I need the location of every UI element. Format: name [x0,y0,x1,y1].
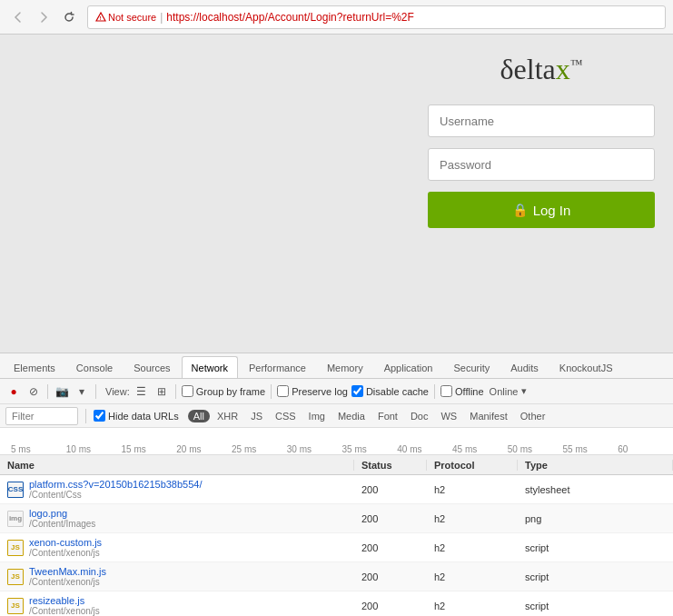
td-protocol-2: h2 [427,542,518,553]
pill-manifest[interactable]: Manifest [464,410,513,422]
logo-delta: δelta [500,53,556,85]
file-icon-1: img [7,511,24,527]
pill-font[interactable]: Font [372,410,403,422]
toolbar-divider-4 [271,384,272,399]
file-icon-2: JS [7,540,24,556]
separator: | [160,11,163,24]
address-bar[interactable]: ! Not secure | https://localhost/App/Acc… [87,5,666,29]
offline-label[interactable]: Offline [440,385,484,397]
tab-performance[interactable]: Performance [239,356,316,378]
online-text: Online [490,386,519,397]
name-cell-0: platform.css?v=20150b16215b38b554/ /Cont… [29,479,203,500]
name-cell-3: TweenMax.min.js /Content/xenon/js [29,566,106,587]
view-list-button[interactable]: ☰ [134,383,150,400]
td-protocol-0: h2 [427,484,518,495]
password-input[interactable] [428,148,655,181]
pill-media[interactable]: Media [332,410,371,422]
filter-toolbar: Hide data URLs All XHR JS CSS Img Media … [0,404,673,428]
pill-other[interactable]: Other [515,410,551,422]
tab-console[interactable]: Console [66,356,123,378]
tl-5ms: 5 ms [9,444,64,454]
devtools-panel: Elements Console Sources Network Perform… [0,353,673,616]
view-group-button[interactable]: ⊞ [153,383,170,400]
file-name-1: logo.png [29,508,95,519]
table-row[interactable]: img logo.png /Content/Images 200 h2 png [0,504,673,533]
tab-network[interactable]: Network [182,356,238,378]
table-row[interactable]: JS TweenMax.min.js /Content/xenon/js 200… [0,562,673,591]
tl-45ms: 45 ms [450,444,506,454]
table-header: Name Status Protocol Type [0,455,673,475]
tl-25ms: 25 ms [230,444,285,454]
pill-all[interactable]: All [188,410,210,422]
td-status-3: 200 [354,571,427,582]
clear-button[interactable]: ⊘ [25,383,42,400]
tab-audits[interactable]: Audits [500,356,549,378]
tl-15ms: 15 ms [120,444,175,454]
file-path-3: /Content/xenon/js [29,577,106,587]
file-name-2: xenon-custom.js [29,537,102,548]
file-icon-4: JS [7,598,24,614]
table-row[interactable]: JS resizeable.js /Content/xenon/js 200 h… [0,591,673,616]
table-row[interactable]: JS xenon-custom.js /Content/xenon/js 200… [0,533,673,562]
td-protocol-4: h2 [427,601,518,611]
pill-css[interactable]: CSS [270,410,302,422]
td-type-2: script [518,542,673,553]
pill-js[interactable]: JS [245,410,268,422]
screenshot-button[interactable]: 📷 [54,383,70,400]
tab-application[interactable]: Application [374,356,443,378]
tl-40ms: 40 ms [395,444,450,454]
disable-cache-checkbox[interactable] [351,385,363,397]
td-protocol-1: h2 [427,513,518,524]
td-status-0: 200 [354,484,427,495]
username-input[interactable] [428,104,655,137]
toolbar-divider-2 [95,384,96,399]
filter-pills: All XHR JS CSS Img Media Font Doc WS Man… [188,410,551,422]
filter-input[interactable] [5,407,78,425]
pill-ws[interactable]: WS [435,410,462,422]
refresh-button[interactable] [58,6,80,28]
tab-knockoutjs[interactable]: KnockoutJS [549,356,623,378]
tab-memory[interactable]: Memory [317,356,373,378]
url-text: https://localhost/App/Account/Login?retu… [166,11,413,24]
login-button[interactable]: 🔒 Log In [428,192,655,228]
browser-bar: ! Not secure | https://localhost/App/Acc… [0,0,673,35]
logo-tm: ™ [570,57,583,71]
pill-doc[interactable]: Doc [405,410,434,422]
tl-10ms: 10 ms [64,444,120,454]
table-row[interactable]: CSS platform.css?v=20150b16215b38b554/ /… [0,475,673,504]
th-type: Type [518,460,673,471]
toolbar-divider-5 [434,384,435,399]
filter-divider [85,409,86,423]
file-icon-3: JS [7,569,24,585]
group-by-frame-checkbox[interactable] [182,385,193,397]
view-label: View: [105,386,130,397]
dropdown-arrow[interactable]: ▾ [521,385,527,397]
logo-area: δeltax™ [428,53,655,86]
td-status-4: 200 [354,601,427,611]
name-cell-4: resizeable.js /Content/xenon/js [29,595,100,616]
timeline-bar: 5 ms 10 ms 15 ms 20 ms 25 ms 30 ms 35 ms… [0,428,673,455]
offline-checkbox[interactable] [440,385,452,397]
preserve-log-label[interactable]: Preserve log [277,385,348,397]
hide-data-urls-checkbox[interactable] [94,410,105,422]
filter-button[interactable]: ▾ [74,383,90,400]
pill-xhr[interactable]: XHR [212,410,243,422]
pill-img[interactable]: Img [303,410,331,422]
tl-55ms: 55 ms [561,444,617,454]
hide-data-urls-label[interactable]: Hide data URLs [94,410,179,422]
name-cell-2: xenon-custom.js /Content/xenon/js [29,537,102,558]
timeline-labels: 5 ms 10 ms 15 ms 20 ms 25 ms 30 ms 35 ms… [7,444,673,454]
back-button[interactable] [7,6,29,28]
tab-sources[interactable]: Sources [124,356,180,378]
group-by-frame-label[interactable]: Group by frame [182,385,265,397]
td-name-4: JS resizeable.js /Content/xenon/js [0,595,354,616]
td-type-4: script [518,601,673,611]
tab-security[interactable]: Security [443,356,500,378]
toolbar-divider-3 [175,384,176,399]
th-status: Status [354,460,427,471]
tab-elements[interactable]: Elements [4,356,65,378]
record-button[interactable]: ● [5,383,22,400]
disable-cache-label[interactable]: Disable cache [351,385,429,397]
preserve-log-checkbox[interactable] [277,385,289,397]
forward-button[interactable] [33,6,54,28]
